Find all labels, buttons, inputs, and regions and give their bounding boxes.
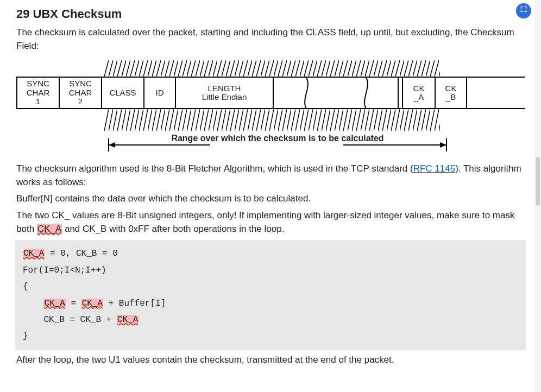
after-paragraph: After the loop, the two U1 values contai… <box>16 353 525 367</box>
cell-class: CLASS <box>101 78 143 108</box>
buffer-paragraph: Buffer[N] contains the data over which t… <box>16 192 525 206</box>
code-hl: CK_A <box>43 299 65 308</box>
packet-row: SYNC CHAR 1 SYNC CHAR 2 CLASS ID LENGTH … <box>16 77 525 109</box>
diagram-hatch-bottom <box>104 109 440 131</box>
scrollbar-thumb[interactable] <box>536 157 540 206</box>
ck-paragraph: The two CK_ values are 8-Bit unsigned in… <box>16 209 525 236</box>
checksum-range-arrow: Range over which the checksum is to be c… <box>104 131 451 158</box>
cell-payload <box>273 78 398 108</box>
expand-arrows-icon <box>519 4 528 18</box>
rfc-link[interactable]: RFC 1145 <box>413 163 455 174</box>
cell-cka: CK _A <box>402 78 435 108</box>
cell-id: ID <box>143 78 175 108</box>
code-hl: CK_A <box>23 249 45 258</box>
code-block: CK_A = 0, CK_B = 0 For(I=0;I<N;I++) { CK… <box>15 240 526 350</box>
algorithm-paragraph: The checksum algorithm used is the 8-Bit… <box>16 162 525 189</box>
intro-paragraph: The checksum is calculated over the pack… <box>16 26 525 53</box>
code-hl: CK_A <box>81 299 103 308</box>
cell-sync1: SYNC CHAR 1 <box>16 78 59 108</box>
svg-rect-3 <box>104 109 440 131</box>
range-label: Range over which the checksum is to be c… <box>104 133 451 143</box>
cell-sync2: SYNC CHAR 2 <box>59 78 101 108</box>
cell-ckb: CK _B <box>435 78 467 108</box>
scrollbar-track <box>534 0 541 392</box>
section-heading: 29 UBX Checksum <box>16 5 525 23</box>
expand-page-button[interactable] <box>516 3 531 18</box>
highlight-cka: CK_A <box>37 224 62 234</box>
code-hl: CK_A <box>117 315 139 325</box>
diagram-hatch-top <box>104 60 440 77</box>
packet-diagram: SYNC CHAR 1 SYNC CHAR 2 CLASS ID LENGTH … <box>16 60 525 158</box>
svg-rect-1 <box>104 60 440 77</box>
cell-length: LENGTH Little Endian <box>175 78 273 108</box>
